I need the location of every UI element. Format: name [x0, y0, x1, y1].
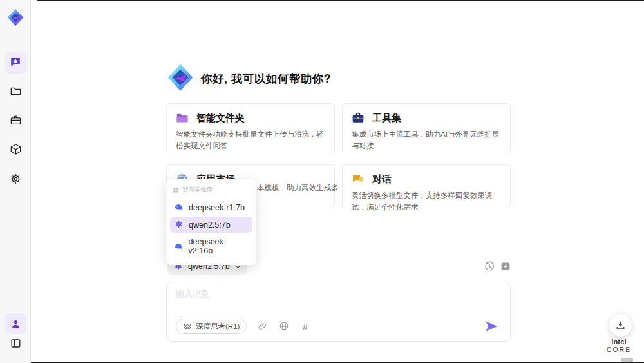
app-window: 你好, 我可以如何帮助你? 智能文件夹 智能文件夹功能支持批量文件上传与清洗，轻… — [0, 0, 644, 363]
dialogue-icon — [352, 173, 365, 186]
repository-icon — [173, 187, 179, 193]
briefcase-icon — [10, 114, 22, 126]
gear-icon — [10, 173, 22, 185]
window-top-border — [37, 0, 644, 1]
card-description: 智能文件夹功能支持批量文件上传与清洗，轻松实现文件问答 — [176, 129, 325, 152]
send-icon — [484, 319, 498, 333]
web-search-button[interactable] — [278, 321, 289, 332]
sidebar-item-folders[interactable] — [5, 81, 26, 101]
model-dropdown-header: 智问学仓库 — [166, 183, 256, 198]
sidebar — [0, 0, 31, 363]
toolset-icon — [352, 112, 365, 124]
model-option-qwen[interactable]: qwen2.5:7b — [170, 217, 252, 233]
folder-icon — [10, 85, 22, 97]
history-icon — [484, 260, 495, 272]
model-option-label: deepseek-v2:16b — [189, 237, 249, 255]
card-description: 灵活切换多模型文件，支持多样回复效果调试，满足个性化需求 — [352, 190, 501, 213]
message-composer: 深度思考(R1) # — [166, 282, 511, 342]
card-toolset[interactable]: 工具集 集成市场上主流工具，助力AI与外界无缝扩展与对接 — [342, 103, 511, 153]
card-title: 智能文件夹 — [196, 112, 245, 124]
card-description-partial: 本模板，助力高效生成多 — [257, 182, 339, 194]
cube-icon — [10, 143, 22, 155]
deep-think-icon — [183, 322, 192, 331]
intel-tier-badge — [621, 358, 633, 362]
send-button[interactable] — [484, 319, 498, 333]
sidebar-item-account[interactable] — [5, 313, 26, 334]
sidebar-item-toolset[interactable] — [5, 110, 26, 130]
model-option-label: deepseek-r1:7b — [189, 203, 245, 212]
model-option-deepseek-r1[interactable]: deepseek-r1:7b — [170, 199, 252, 215]
qwen-icon — [174, 220, 184, 230]
model-dropdown-header-label: 智问学仓库 — [182, 186, 213, 194]
download-button[interactable] — [609, 314, 632, 337]
smart-folder-icon — [176, 112, 189, 124]
message-input[interactable] — [176, 288, 498, 317]
chat-icon — [10, 56, 21, 68]
card-title: 对话 — [372, 173, 392, 186]
download-icon — [615, 320, 626, 331]
prompt-template-button[interactable]: # — [299, 321, 310, 332]
paperclip-icon — [258, 322, 267, 331]
sidebar-item-apps[interactable] — [5, 139, 26, 159]
deep-think-label: 深度思考(R1) — [196, 322, 240, 331]
composer-toolbar: 深度思考(R1) # — [176, 319, 310, 334]
sidebar-item-settings[interactable] — [5, 168, 26, 189]
deepseek-whale-icon — [174, 202, 184, 212]
new-chat-button[interactable] — [500, 260, 511, 272]
greeting-title: 你好, 我可以如何帮助你? — [201, 71, 331, 86]
deepseek-whale-icon — [174, 242, 184, 251]
model-option-deepseek-v2[interactable]: deepseek-v2:16b — [170, 234, 252, 259]
intel-core-logo: intel core — [599, 338, 639, 363]
card-description: 集成市场上主流工具，助力AI与外界无缝扩展与对接 — [352, 129, 501, 152]
core-wordmark: core — [607, 346, 631, 353]
sidebar-item-chat[interactable] — [5, 52, 26, 72]
sidebar-toggle-button[interactable] — [5, 333, 26, 353]
model-option-label: qwen2.5:7b — [189, 221, 231, 230]
card-smart-folder[interactable]: 智能文件夹 智能文件夹功能支持批量文件上传与清洗，轻松实现文件问答 — [166, 103, 335, 153]
app-logo-icon — [6, 8, 24, 26]
greeting-logo-icon — [166, 63, 194, 92]
model-dropdown: 智问学仓库 deepseek-r1:7b qwen2.5:7b deepseek… — [166, 179, 256, 265]
deep-think-toggle[interactable]: 深度思考(R1) — [176, 319, 247, 334]
card-dialogue[interactable]: 对话 灵活切换多模型文件，支持多样回复效果调试，满足个性化需求 — [342, 164, 511, 208]
hash-icon: # — [303, 321, 308, 332]
history-button[interactable] — [484, 260, 495, 272]
new-chat-icon — [500, 260, 511, 272]
globe-icon — [279, 321, 289, 331]
user-icon — [10, 319, 21, 329]
intel-wordmark: intel — [611, 338, 627, 346]
attach-file-button[interactable] — [257, 321, 268, 332]
panel-icon — [10, 337, 22, 349]
card-title: 工具集 — [372, 112, 401, 124]
